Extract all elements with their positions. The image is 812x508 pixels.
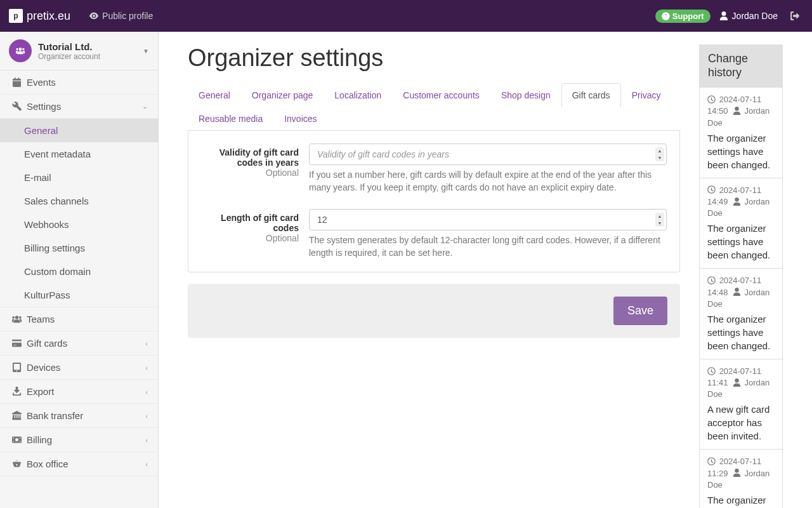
user-icon xyxy=(733,378,741,387)
user-menu[interactable]: Jordan Doe xyxy=(719,11,778,21)
clock-icon xyxy=(707,276,716,284)
sidebar-item-billing[interactable]: Billing ‹ xyxy=(0,428,158,452)
caret-down-icon: ▼ xyxy=(143,48,149,55)
tab-shop-design[interactable]: Shop design xyxy=(490,83,561,107)
logout-button[interactable] xyxy=(787,11,803,21)
clock-icon xyxy=(707,457,716,465)
user-icon xyxy=(733,469,741,477)
sidebar-label: Teams xyxy=(27,314,55,324)
chevron-left-icon: ‹ xyxy=(145,388,148,396)
chevron-down-icon: ⌄ xyxy=(142,102,148,110)
history-item[interactable]: 2024-07-11 11:41 Jordan DoeA new gift ca… xyxy=(699,359,783,450)
tab-localization[interactable]: Localization xyxy=(324,83,392,107)
history-meta: 2024-07-11 14:48 Jordan Doe xyxy=(707,275,775,310)
basket-icon xyxy=(10,458,23,469)
user-icon xyxy=(719,11,728,20)
sidebar-subitem-general[interactable]: General xyxy=(0,119,158,142)
optional-label: Optional xyxy=(201,233,299,243)
optional-label: Optional xyxy=(201,168,299,178)
logo-icon: p xyxy=(9,9,23,23)
sidebar-label: Export xyxy=(27,386,54,397)
user-icon xyxy=(733,197,741,206)
history-item[interactable]: 2024-07-11 14:49 Jordan DoeThe organizer… xyxy=(699,178,783,269)
sidebar-item-box-office[interactable]: Box office ‹ xyxy=(0,452,158,476)
spinner-icon[interactable]: ▲▼ xyxy=(655,213,664,227)
card-icon xyxy=(10,338,23,349)
tab-organizer-page[interactable]: Organizer page xyxy=(241,83,324,107)
history-item[interactable]: 2024-07-11 14:48 Jordan DoeThe organizer… xyxy=(699,269,783,359)
user-name: Jordan Doe xyxy=(732,11,778,21)
length-input[interactable] xyxy=(309,209,667,231)
chevron-left-icon: ‹ xyxy=(145,340,148,347)
chevron-left-icon: ‹ xyxy=(145,460,148,468)
download-icon xyxy=(10,386,23,397)
tabs: General Organizer page Localization Cust… xyxy=(188,83,680,131)
sidebar-label: Events xyxy=(27,77,56,88)
history-meta: 2024-07-11 11:29 Jordan Doe xyxy=(707,456,775,491)
length-label: Length of gift card codes xyxy=(201,213,299,233)
tab-gift-cards[interactable]: Gift cards xyxy=(561,83,621,107)
save-bar: Save xyxy=(188,284,680,338)
calendar-icon xyxy=(10,77,23,88)
clock-icon xyxy=(707,367,716,375)
tab-general[interactable]: General xyxy=(188,83,241,107)
sidebar-subitem-custom-domain[interactable]: Custom domain xyxy=(0,260,158,283)
sidebar-subitem-email[interactable]: E-mail xyxy=(0,166,158,189)
sidebar-subitem-webhooks[interactable]: Webhooks xyxy=(0,213,158,236)
public-profile-link[interactable]: Public profile xyxy=(82,11,160,21)
tab-privacy[interactable]: Privacy xyxy=(621,83,672,107)
sidebar-item-events[interactable]: Events xyxy=(0,70,158,95)
sidebar-subitem-sales-channels[interactable]: Sales channels xyxy=(0,189,158,213)
spinner-icon[interactable]: ▲▼ xyxy=(655,147,664,161)
sidebar-item-teams[interactable]: Teams xyxy=(0,307,158,331)
length-help: The system generates by default 12-chara… xyxy=(309,234,667,259)
sidebar-label: Gift cards xyxy=(27,338,67,349)
sidebar-item-export[interactable]: Export ‹ xyxy=(0,380,158,404)
history-desc: The organizer settings have been changed… xyxy=(707,493,775,508)
chevron-left-icon: ‹ xyxy=(145,436,148,444)
money-icon xyxy=(10,434,23,445)
history-meta: 2024-07-11 11:41 Jordan Doe xyxy=(707,366,775,401)
chevron-left-icon: ‹ xyxy=(145,412,148,420)
logout-icon xyxy=(790,11,799,20)
brand[interactable]: p pretix.eu xyxy=(9,9,70,23)
tab-reusable-media[interactable]: Reusable media xyxy=(188,107,273,131)
info-icon xyxy=(662,12,670,20)
users-icon xyxy=(10,314,23,324)
org-subtitle: Organizer account xyxy=(38,52,143,61)
bank-icon xyxy=(10,410,23,421)
support-badge[interactable]: Support xyxy=(655,10,710,23)
sidebar-label: Bank transfer xyxy=(27,410,83,421)
sidebar-item-gift-cards[interactable]: Gift cards ‹ xyxy=(0,331,158,356)
history-desc: The organizer settings have been changed… xyxy=(707,222,775,262)
org-name: Tutorial Ltd. xyxy=(38,41,143,52)
sidebar-item-bank-transfer[interactable]: Bank transfer ‹ xyxy=(0,404,158,428)
tab-invoices[interactable]: Invoices xyxy=(273,107,327,131)
sidebar-subitem-kulturpass[interactable]: KulturPass xyxy=(0,283,158,307)
history-item[interactable]: 2024-07-11 14:50 Jordan DoeThe organizer… xyxy=(699,87,783,178)
validity-input[interactable] xyxy=(309,144,667,165)
org-switcher[interactable]: Tutorial Ltd. Organizer account ▼ xyxy=(0,32,158,70)
save-button[interactable]: Save xyxy=(613,297,667,325)
change-history: Change history 2024-07-11 14:50 Jordan D… xyxy=(699,44,783,508)
validity-label: Validity of gift card codes in years xyxy=(201,147,299,168)
brand-text: pretix.eu xyxy=(27,10,70,23)
settings-panel: Validity of gift card codes in years Opt… xyxy=(188,131,680,272)
user-icon xyxy=(733,288,741,296)
org-avatar-icon xyxy=(9,39,32,62)
chevron-left-icon: ‹ xyxy=(145,364,148,371)
sidebar-item-devices[interactable]: Devices ‹ xyxy=(0,356,158,380)
page-title: Organizer settings xyxy=(188,44,680,72)
history-meta: 2024-07-11 14:49 Jordan Doe xyxy=(707,185,775,220)
history-desc: A new gift card acceptor has been invite… xyxy=(707,403,775,443)
top-navbar: p pretix.eu Public profile Support Jorda… xyxy=(0,0,812,32)
history-item[interactable]: 2024-07-11 11:29 Jordan DoeThe organizer… xyxy=(699,450,783,508)
sidebar-subitem-billing-settings[interactable]: Billing settings xyxy=(0,236,158,260)
sidebar-item-settings[interactable]: Settings ⌄ xyxy=(0,95,158,119)
sidebar-label: Devices xyxy=(27,362,60,373)
history-desc: The organizer settings have been changed… xyxy=(707,312,775,352)
clock-icon xyxy=(707,185,716,194)
tab-customer-accounts[interactable]: Customer accounts xyxy=(392,83,490,107)
sidebar-label: Box office xyxy=(27,458,69,469)
sidebar-subitem-event-metadata[interactable]: Event metadata xyxy=(0,142,158,166)
